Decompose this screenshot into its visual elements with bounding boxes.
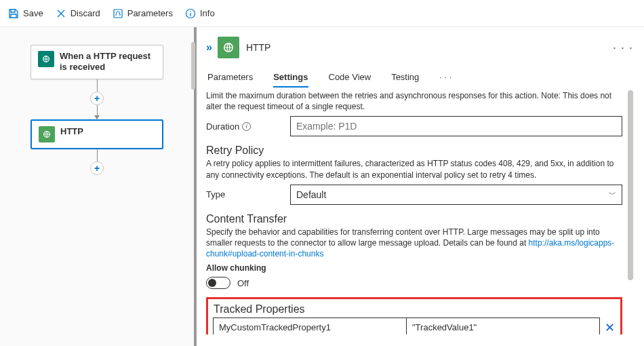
parameters-label: Parameters — [127, 8, 173, 18]
canvas-scrollbar[interactable] — [191, 27, 195, 346]
save-icon — [8, 8, 19, 19]
duration-input[interactable] — [290, 116, 622, 136]
content-transfer-description: Specify the behavior and capabilities fo… — [206, 227, 622, 260]
content-transfer-heading: Content Transfer — [206, 213, 622, 225]
retry-type-value: Default — [296, 189, 326, 200]
svg-rect-0 — [114, 9, 122, 18]
add-step-button-2[interactable]: + — [90, 161, 104, 175]
info-button[interactable]: Info — [185, 8, 215, 19]
connector-1: + — [90, 79, 104, 119]
details-panel: » HTTP · · · Parameters Settings Code Vi… — [197, 27, 644, 346]
command-bar: Save Discard Parameters Info — [0, 0, 644, 27]
settings-scroll: Limit the maximum duration between the r… — [206, 90, 633, 334]
panel-scrollbar-thumb[interactable] — [628, 90, 633, 280]
collapse-panel-button[interactable]: » — [206, 41, 211, 54]
designer-canvas[interactable]: When a HTTP request is received + HTTP + — [0, 27, 197, 346]
allow-chunking-state: Off — [237, 278, 249, 288]
allow-chunking-toggle[interactable] — [206, 277, 230, 289]
tab-testing[interactable]: Testing — [391, 72, 419, 88]
close-icon — [56, 8, 66, 19]
panel-more-button[interactable]: · · · — [613, 41, 633, 55]
panel-tabs: Parameters Settings Code View Testing · … — [206, 72, 633, 88]
allow-chunking-label: Allow chunking — [206, 263, 622, 273]
tracked-property-value[interactable]: "TrackedValue1" — [406, 318, 600, 334]
chevron-down-icon: ﹀ — [609, 189, 616, 199]
http-action-title: HTTP — [60, 126, 83, 137]
parameters-icon — [113, 8, 123, 19]
http-icon — [218, 37, 239, 58]
retry-type-select[interactable]: Default ﹀ — [290, 185, 622, 205]
add-step-button-1[interactable]: + — [90, 92, 104, 105]
delete-tracked-property-button[interactable]: ✕ — [601, 320, 615, 334]
tab-settings[interactable]: Settings — [273, 72, 308, 88]
tracked-properties-grid: MyCustomTrackedProperty1 "TrackedValue1"… — [214, 318, 615, 334]
svg-point-2 — [190, 11, 191, 12]
info-icon — [185, 8, 196, 19]
tracked-properties-highlight: Tracked Properties MyCustomTrackedProper… — [206, 297, 622, 334]
type-label: Type — [206, 189, 282, 199]
trigger-title: When a HTTP request is received — [60, 51, 156, 73]
duration-label: Duration i — [206, 121, 282, 132]
save-button[interactable]: Save — [8, 8, 43, 19]
duration-description: Limit the maximum duration between the r… — [206, 90, 622, 112]
panel-title: HTTP — [246, 42, 271, 53]
tab-code-view[interactable]: Code View — [329, 72, 371, 88]
retry-policy-description: A retry policy applies to intermittent f… — [206, 158, 622, 180]
retry-policy-heading: Retry Policy — [206, 145, 622, 157]
discard-button[interactable]: Discard — [56, 8, 100, 19]
connector-2: + — [90, 149, 104, 175]
info-label: Info — [200, 8, 215, 18]
trigger-card[interactable]: When a HTTP request is received — [31, 45, 163, 79]
tabs-more-button[interactable]: · · · — [439, 72, 451, 88]
discard-label: Discard — [71, 8, 100, 18]
save-label: Save — [23, 8, 43, 18]
panel-scrollbar[interactable] — [628, 90, 633, 334]
http-icon — [39, 126, 55, 142]
canvas-scrollbar-thumb[interactable] — [191, 42, 195, 90]
http-action-card[interactable]: HTTP — [31, 119, 163, 149]
tab-parameters[interactable]: Parameters — [207, 72, 253, 88]
parameters-button[interactable]: Parameters — [113, 8, 173, 19]
request-icon — [38, 51, 54, 67]
tracked-property-key[interactable]: MyCustomTrackedProperty1 — [213, 318, 407, 334]
tracked-properties-heading: Tracked Properties — [214, 303, 615, 315]
info-icon[interactable]: i — [242, 122, 251, 131]
